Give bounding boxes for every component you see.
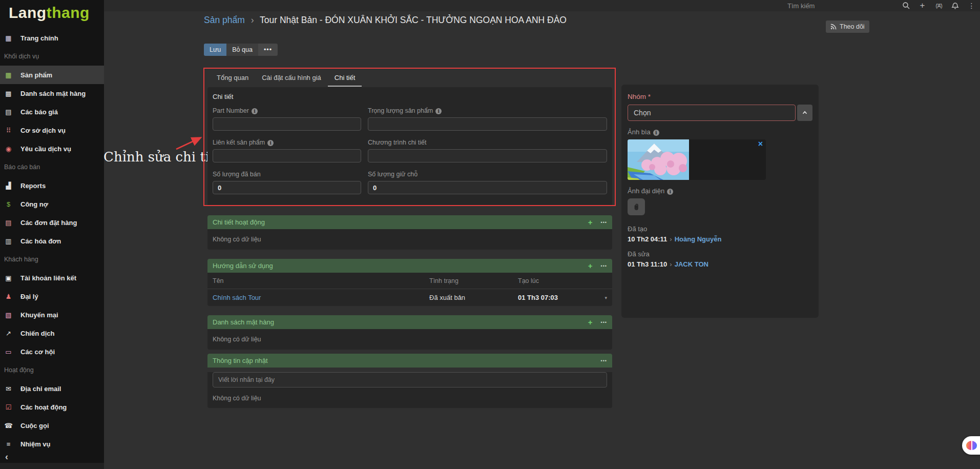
app-logo[interactable]: Langthang bbox=[9, 4, 90, 22]
sidebar-item-20[interactable]: ☑Các hoạt động bbox=[0, 398, 104, 416]
row-caret-icon[interactable]: ▾ bbox=[592, 295, 607, 300]
group-select[interactable]: Chọn bbox=[628, 105, 796, 121]
sidebar-collapse-button[interactable]: ‹ bbox=[5, 454, 8, 460]
section-body: Không có dữ liệu bbox=[207, 372, 612, 408]
sidebar-item-label: Danh sách mặt hàng bbox=[20, 90, 86, 97]
add-record-icon[interactable]: + bbox=[588, 318, 593, 327]
discard-button[interactable]: Bỏ qua bbox=[226, 44, 258, 56]
follow-button[interactable]: Theo dõi bbox=[826, 21, 869, 33]
detail-field-label: Trọng lượng sản phẩmi bbox=[368, 107, 607, 114]
sidebar-item-0[interactable]: ▦Trang chính bbox=[0, 29, 104, 47]
detail-field-label: Chương trình chi tiết bbox=[368, 139, 607, 146]
tab-0[interactable]: Tổng quan bbox=[210, 71, 255, 87]
detail-field-label-text: Liên kết sản phẩm bbox=[213, 139, 265, 146]
created-label: Đã tạo bbox=[628, 225, 812, 233]
sidebar-item-2[interactable]: ▦Sản phẩm bbox=[0, 66, 104, 84]
sidebar-item-3[interactable]: ▩Danh sách mặt hàng bbox=[0, 84, 104, 103]
sidebar-item-label: Đại lý bbox=[20, 293, 38, 300]
topbar: Tìm kiếm + ('A') ⋮ bbox=[104, 0, 980, 11]
sidebar-item-label: Các hoạt động bbox=[20, 403, 67, 411]
detail-field-input[interactable] bbox=[213, 117, 361, 131]
table-column-header: Tạo lúc bbox=[518, 277, 592, 284]
message-input[interactable] bbox=[213, 372, 607, 388]
cover-image-label: Ảnh bìai bbox=[628, 128, 812, 136]
sidebar-item-8[interactable]: ▟Reports bbox=[0, 176, 104, 195]
detail-field-input[interactable] bbox=[213, 149, 361, 162]
modified-by-link[interactable]: JACK TON bbox=[675, 260, 708, 268]
search-input[interactable]: Tìm kiếm bbox=[787, 2, 815, 10]
mail-icon: ✉ bbox=[4, 385, 13, 393]
detail-field-0: Part Numberi bbox=[213, 107, 361, 131]
detail-field-input[interactable] bbox=[368, 117, 607, 131]
tab-1[interactable]: Cài đặt cấu hình giá bbox=[255, 71, 328, 87]
remove-cover-icon[interactable]: × bbox=[758, 139, 763, 149]
sidebar-item-label: Cuộc gọi bbox=[20, 422, 49, 430]
language-icon[interactable]: ('A') bbox=[934, 2, 943, 10]
sidebar-item-21[interactable]: ☎Cuộc gọi bbox=[0, 416, 104, 435]
section-header: Danh sách mặt hàng+••• bbox=[207, 315, 612, 329]
section-title: Danh sách mặt hàng bbox=[213, 318, 588, 326]
sidebar-item-14[interactable]: ♟Đại lý bbox=[0, 287, 104, 305]
detail-field-label-text: Trọng lượng sản phẩm bbox=[368, 107, 433, 114]
table-header-row: TênTình trạngTạo lúc bbox=[207, 273, 612, 289]
sidebar-item-label: Công nợ bbox=[20, 200, 48, 208]
sidebar-item-17[interactable]: ▭Các cơ hội bbox=[0, 342, 104, 361]
bell-icon[interactable] bbox=[951, 2, 960, 10]
sidebar-item-16[interactable]: ↗Chiến dịch bbox=[0, 324, 104, 342]
detail-field-input[interactable] bbox=[368, 149, 607, 162]
detail-field-label-text: Chương trình chi tiết bbox=[368, 139, 427, 146]
sidebar-item-13[interactable]: ▣Tài khoản liên kết bbox=[0, 269, 104, 287]
assistant-fab-button[interactable] bbox=[962, 436, 980, 455]
tab-2[interactable]: Chi tiết bbox=[328, 71, 362, 87]
section-title: Thông tin cập nhật bbox=[213, 357, 601, 364]
empty-state-text: Không có dữ liệu bbox=[207, 229, 612, 250]
cover-image-thumbnail[interactable] bbox=[628, 139, 689, 180]
sidebar-item-11[interactable]: ▥Các hóa đơn bbox=[0, 232, 104, 250]
detail-form: Part NumberiTrọng lượng sản phẩmiLiên kế… bbox=[207, 107, 612, 194]
section-1: Hướng dẫn sử dụng+•••TênTình trạngTạo lú… bbox=[207, 259, 612, 306]
sidebar-item-10[interactable]: ▤Các đơn đặt hàng bbox=[0, 213, 104, 232]
created-by-link[interactable]: Hoàng Nguyễn bbox=[675, 235, 722, 243]
detail-field-input[interactable] bbox=[368, 181, 607, 194]
add-record-icon[interactable]: + bbox=[588, 218, 593, 227]
detail-field-label-text: Part Number bbox=[213, 107, 249, 114]
detail-field-label: Số lượng đã bán bbox=[213, 171, 361, 178]
more-actions-button[interactable]: ••• bbox=[258, 44, 278, 56]
table-row[interactable]: Chính sách TourĐã xuất bản01 Th3 07:03▾ bbox=[207, 289, 612, 306]
sidebar-item-5[interactable]: ⠿Cơ sở dịch vụ bbox=[0, 121, 104, 139]
section-more-icon[interactable]: ••• bbox=[601, 320, 607, 325]
sidebar-item-19[interactable]: ✉Địa chỉ email bbox=[0, 379, 104, 398]
breadcrumb-link-products[interactable]: Sản phẩm bbox=[204, 15, 245, 25]
add-record-icon[interactable]: + bbox=[588, 261, 593, 270]
table-row-link[interactable]: Chính sách Tour bbox=[213, 294, 429, 301]
sidebar-item-label: Sản phẩm bbox=[20, 71, 52, 79]
attach-avatar-button[interactable] bbox=[628, 198, 645, 215]
sidebar-item-9[interactable]: $Công nợ bbox=[0, 195, 104, 213]
sidebar-item-6[interactable]: ◉Yêu cầu dịch vụ bbox=[0, 139, 104, 158]
sidebar-item-15[interactable]: ▧Khuyến mại bbox=[0, 305, 104, 324]
sidebar-item-22[interactable]: ≡Nhiệm vụ bbox=[0, 435, 104, 453]
section-body: Không có dữ liệu bbox=[207, 229, 612, 250]
section-0: Chi tiết hoạt động+•••Không có dữ liệu bbox=[207, 215, 612, 250]
detail-field-2: Liên kết sản phẩmi bbox=[213, 139, 361, 162]
grid-icon: ▦ bbox=[4, 34, 13, 42]
save-button[interactable]: Lưu bbox=[204, 44, 226, 56]
plus-icon[interactable]: + bbox=[918, 2, 927, 10]
created-value: 10 Th2 04:11›Hoàng Nguyễn bbox=[628, 235, 812, 243]
kebab-menu-icon[interactable]: ⋮ bbox=[967, 2, 976, 10]
section-more-icon[interactable]: ••• bbox=[601, 358, 607, 363]
detail-field-label: Part Numberi bbox=[213, 107, 361, 114]
detail-field-input[interactable] bbox=[213, 181, 361, 194]
promo-icon: ▧ bbox=[4, 311, 13, 319]
sidebar-item-4[interactable]: ▤Các báo giá bbox=[0, 103, 104, 121]
section-more-icon[interactable]: ••• bbox=[601, 263, 607, 269]
section-more-icon[interactable]: ••• bbox=[601, 220, 607, 225]
sidebar-item-label: Trang chính bbox=[20, 34, 58, 42]
search-icon[interactable] bbox=[902, 2, 910, 10]
info-icon: i bbox=[667, 189, 673, 195]
sidebar-item-label: Địa chỉ email bbox=[20, 385, 61, 393]
tasks-icon: ≡ bbox=[4, 440, 13, 448]
info-icon: i bbox=[435, 108, 442, 114]
group-select-caret-button[interactable] bbox=[797, 105, 812, 121]
sidebar-item-label: Nhiệm vụ bbox=[20, 440, 51, 448]
